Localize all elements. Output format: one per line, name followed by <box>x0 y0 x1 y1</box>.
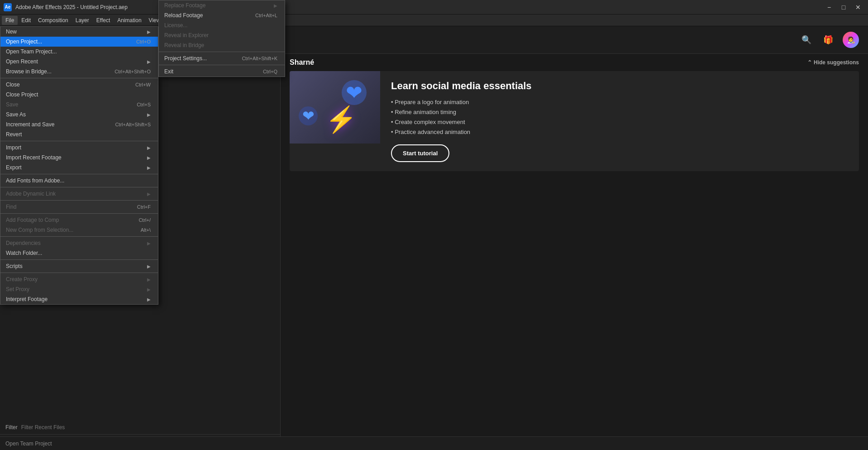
menu-item-save: Save Ctrl+S <box>0 100 158 110</box>
bottom-bar: Open Team Project <box>0 436 868 450</box>
user-avatar[interactable]: 🧑‍🎨 <box>843 32 859 48</box>
menu-item-open-recent[interactable]: Open Recent ▶ <box>0 57 158 67</box>
arrow-icon-export: ▶ <box>147 165 151 170</box>
home-header: 🔍 🎁 🧑‍🎨 <box>281 26 868 54</box>
chevron-up-icon: ⌃ <box>807 59 812 66</box>
menu-item-new-comp-sel: New Comp from Selection... Alt+\ <box>0 225 158 235</box>
menu-item-interpret-footage[interactable]: Interpret Footage ▶ <box>0 294 158 304</box>
tutorial-title: Learn social media essentials <box>391 80 532 92</box>
submenu-item-project-settings[interactable]: Project Settings... Ctrl+Alt+Shift+K <box>159 53 285 63</box>
arrow-icon-import-recent: ▶ <box>147 155 151 160</box>
menu-effect[interactable]: Effect <box>93 16 114 25</box>
separator-9 <box>0 273 158 273</box>
app-title: Adobe After Effects 2025 - Untitled Proj… <box>15 4 823 10</box>
submenu-sep-2 <box>159 65 285 65</box>
filter-label: Filter <box>5 424 18 431</box>
menu-item-add-fonts[interactable]: Add Fonts from Adobe... <box>0 176 158 186</box>
arrow-icon-new: ▶ <box>147 29 151 34</box>
submenu-sep-1 <box>159 52 285 52</box>
menu-item-export[interactable]: Export ▶ <box>0 163 158 172</box>
separator-1 <box>0 78 158 78</box>
header-icons: 🔍 🎁 🧑‍🎨 <box>799 32 859 48</box>
menu-item-dynamic-link: Adobe Dynamic Link ▶ <box>0 189 158 199</box>
open-team-project-label[interactable]: Open Team Project <box>5 440 52 447</box>
menu-item-add-footage: Add Footage to Comp Ctrl+/ <box>0 215 158 225</box>
tutorial-card: ❤ ❤ ⚡ Learn social media essentials Prep… <box>290 71 859 171</box>
hide-suggestions-button[interactable]: ⌃ Hide suggestions <box>807 59 859 66</box>
separator-7 <box>0 236 158 237</box>
close-button[interactable]: ✕ <box>852 3 864 12</box>
file-submenu: Replace Footage ▶ Reload Footage Ctrl+Al… <box>158 0 285 77</box>
menu-item-new[interactable]: New ▶ <box>0 27 158 37</box>
menu-animation[interactable]: Animation <box>114 16 145 25</box>
menu-edit[interactable]: Edit <box>18 16 34 25</box>
submenu-item-replace-footage: Replace Footage ▶ <box>159 0 285 10</box>
menu-item-open-project[interactable]: Open Project... Ctrl+O <box>0 37 158 47</box>
menu-item-open-team-project[interactable]: Open Team Project... <box>0 47 158 57</box>
heart-large-icon: ❤ <box>342 80 367 105</box>
separator-8 <box>0 259 158 260</box>
menu-item-increment-save[interactable]: Increment and Save Ctrl+Alt+Shift+S <box>0 120 158 129</box>
start-tutorial-button[interactable]: Start tutorial <box>391 144 449 162</box>
separator-2 <box>0 141 158 141</box>
arrow-icon-set-proxy: ▶ <box>147 287 151 292</box>
bullet-2: Refine animation timing <box>391 107 532 117</box>
menu-item-watch-folder[interactable]: Watch Folder... <box>0 248 158 258</box>
menu-item-import-recent[interactable]: Import Recent Footage ▶ <box>0 153 158 163</box>
bullet-3: Create complex movement <box>391 117 532 127</box>
suggestions-header: Sharné ⌃ Hide suggestions <box>281 54 868 71</box>
search-button[interactable]: 🔍 <box>799 33 814 47</box>
submenu-item-reveal-bridge: Reveal in Bridge <box>159 40 285 50</box>
arrow-icon-interpret: ▶ <box>147 297 151 302</box>
minimize-button[interactable]: − <box>823 3 835 12</box>
arrow-icon-save-as: ▶ <box>147 112 151 117</box>
arrow-icon-dynamic-link: ▶ <box>147 191 151 196</box>
window-controls: − □ ✕ <box>823 3 864 12</box>
menu-bar: File Edit Composition Layer Effect Anima… <box>0 14 868 26</box>
file-dropdown-menu: New ▶ Open Project... Ctrl+O Open Team P… <box>0 26 158 305</box>
submenu-item-exit[interactable]: Exit Ctrl+Q <box>159 67 285 77</box>
arrow-icon-recent: ▶ <box>147 59 151 64</box>
tutorial-thumbnail: ❤ ❤ ⚡ <box>290 71 380 144</box>
menu-composition[interactable]: Composition <box>34 16 72 25</box>
heart-small-icon: ❤ <box>299 106 318 125</box>
tutorial-bullets: Prepare a logo for animation Refine anim… <box>391 97 532 137</box>
arrow-icon-deps: ▶ <box>147 241 151 246</box>
menu-file[interactable]: File <box>2 16 18 25</box>
submenu-item-license: License... <box>159 20 285 30</box>
filter-input[interactable] <box>21 424 275 431</box>
submenu-item-reload-footage[interactable]: Reload Footage Ctrl+Alt+L <box>159 10 285 20</box>
menu-item-import[interactable]: Import ▶ <box>0 143 158 153</box>
lightning-icon: ⚡ <box>325 105 357 134</box>
tutorial-info: Learn social media essentials Prepare a … <box>380 71 543 171</box>
app-logo: Ae <box>4 3 12 11</box>
menu-layer[interactable]: Layer <box>72 16 93 25</box>
submenu-item-reveal-explorer: Reveal in Explorer <box>159 30 285 40</box>
menu-item-set-proxy: Set Proxy ▶ <box>0 284 158 294</box>
menu-item-save-as[interactable]: Save As ▶ <box>0 110 158 120</box>
separator-4 <box>0 187 158 187</box>
maximize-button[interactable]: □ <box>837 3 850 12</box>
arrow-icon-import: ▶ <box>147 145 151 150</box>
menu-item-scripts[interactable]: Scripts ▶ <box>0 261 158 271</box>
menu-item-create-proxy: Create Proxy ▶ <box>0 274 158 284</box>
arrow-icon-create-proxy: ▶ <box>147 277 151 282</box>
greeting-text: Sharné <box>290 58 314 67</box>
menu-item-close[interactable]: Close Ctrl+W <box>0 80 158 90</box>
arrow-icon-scripts: ▶ <box>147 264 151 269</box>
filter-row: Filter <box>0 421 281 435</box>
arrow-icon-replace: ▶ <box>274 3 277 8</box>
separator-5 <box>0 200 158 201</box>
home-panel: 🔍 🎁 🧑‍🎨 Sharné ⌃ Hide suggestions ❤ ❤ ⚡ … <box>281 26 868 450</box>
separator-6 <box>0 213 158 214</box>
menu-item-dependencies: Dependencies ▶ <box>0 238 158 248</box>
bullet-4: Practice advanced animation <box>391 127 532 137</box>
gift-button[interactable]: 🎁 <box>821 33 835 47</box>
menu-item-browse-bridge[interactable]: Browse in Bridge... Ctrl+Alt+Shift+O <box>0 67 158 77</box>
separator-3 <box>0 174 158 174</box>
menu-item-find: Find Ctrl+F <box>0 202 158 212</box>
bullet-1: Prepare a logo for animation <box>391 97 532 107</box>
menu-item-revert[interactable]: Revert <box>0 129 158 139</box>
title-bar: Ae Adobe After Effects 2025 - Untitled P… <box>0 0 868 14</box>
menu-item-close-project[interactable]: Close Project <box>0 90 158 100</box>
